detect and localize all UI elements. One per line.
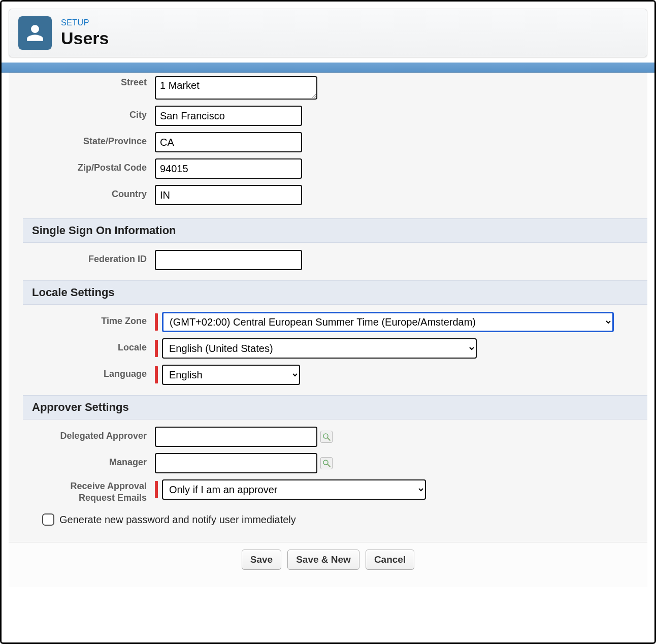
country-input[interactable] (155, 185, 302, 205)
section-approver: Approver Settings (23, 395, 647, 420)
timezone-label: Time Zone (23, 312, 155, 327)
zip-label: Zip/Postal Code (23, 158, 155, 173)
country-label: Country (23, 185, 155, 200)
svg-line-3 (327, 464, 330, 467)
language-label: Language (23, 365, 155, 379)
manager-label: Manager (23, 453, 155, 468)
zip-input[interactable] (155, 158, 302, 179)
required-indicator-icon (155, 481, 158, 498)
timezone-select[interactable]: (GMT+02:00) Central European Summer Time… (162, 312, 614, 332)
state-label: State/Province (23, 132, 155, 147)
locale-select[interactable]: English (United States) (162, 338, 477, 359)
street-input[interactable] (155, 76, 317, 100)
section-locale: Locale Settings (23, 280, 647, 305)
locale-label: Locale (23, 338, 155, 353)
lookup-icon[interactable] (320, 457, 333, 469)
breadcrumb: SETUP (61, 18, 109, 27)
receive-approval-label: Receive Approval Request Emails (23, 479, 155, 503)
cancel-button[interactable]: Cancel (366, 550, 414, 570)
language-select[interactable]: English (162, 365, 300, 385)
required-indicator-icon (155, 340, 158, 357)
city-input[interactable] (155, 106, 302, 126)
manager-input[interactable] (155, 453, 317, 473)
footer-actions: Save Save & New Cancel (9, 542, 647, 587)
save-button[interactable]: Save (242, 550, 281, 570)
state-input[interactable] (155, 132, 302, 152)
federation-label: Federation ID (23, 250, 155, 265)
lookup-icon[interactable] (320, 431, 333, 443)
user-icon (18, 16, 52, 50)
generate-password-label: Generate new password and notify user im… (59, 514, 296, 526)
page-title: Users (61, 28, 109, 48)
save-and-new-button[interactable]: Save & New (287, 550, 359, 570)
decorative-band (2, 62, 654, 73)
svg-line-1 (327, 438, 330, 440)
street-label: Street (23, 76, 155, 88)
section-sso: Single Sign On Information (23, 218, 647, 243)
delegated-label: Delegated Approver (23, 427, 155, 441)
generate-password-checkbox[interactable] (42, 513, 54, 526)
delegated-input[interactable] (155, 427, 317, 447)
receive-approval-select[interactable]: Only if I am an approver (162, 479, 426, 500)
required-indicator-icon (155, 313, 158, 331)
federation-input[interactable] (155, 250, 302, 270)
page-header: SETUP Users (9, 9, 647, 57)
required-indicator-icon (155, 366, 158, 383)
city-label: City (23, 106, 155, 120)
